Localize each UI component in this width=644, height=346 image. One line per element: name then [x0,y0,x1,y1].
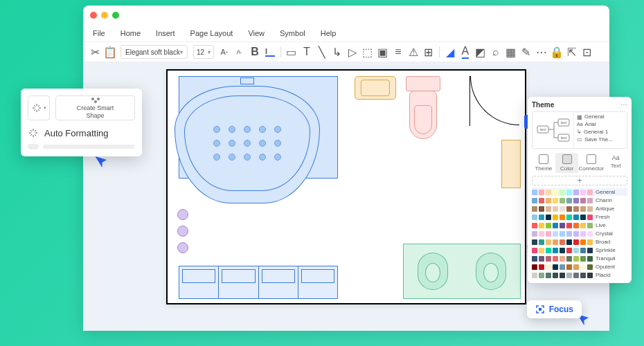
add-theme-button[interactable]: + [532,176,627,185]
titlebar [83,6,609,25]
grid-icon[interactable]: ⊡ [582,47,592,57]
svg-line-18 [35,130,36,131]
svg-line-15 [30,130,32,131]
pointer-tool-icon[interactable]: ▷ [348,47,357,57]
svg-text:text: text [560,136,566,140]
auto-formatting-button[interactable]: Auto Formatting [28,127,135,138]
faucet-shape[interactable] [240,78,254,84]
theme-preview[interactable]: texttexttext ▦General AaArial ↳General 1… [532,111,627,149]
font-size-select[interactable]: 12▾ [193,45,214,59]
bathtub-shape[interactable] [175,76,320,215]
toilet-shape[interactable] [406,76,440,139]
swatch-row[interactable]: Tranquil [532,255,627,262]
fill-color-icon[interactable]: ◢ [445,47,455,57]
menu-file[interactable]: File [93,29,105,37]
auto-formatting-slider[interactable] [28,144,135,149]
svg-point-10 [94,100,97,103]
svg-line-17 [30,134,32,136]
svg-line-6 [34,109,35,111]
basin-shape[interactable] [418,253,448,290]
auto-formatting-label: Auto Formatting [44,128,109,138]
svg-rect-25 [539,308,542,311]
swatch-label: Crystal [596,230,627,237]
font-increase-icon[interactable]: A+ [220,47,229,57]
connector-tool-icon[interactable]: ↳ [332,47,342,57]
svg-line-5 [38,109,39,111]
tab-connector[interactable]: Connector [578,153,604,173]
swatch-label: Fresh [596,214,627,220]
warning-icon[interactable]: ⚠ [409,47,418,57]
swatch-row[interactable]: Placid [532,271,627,279]
create-smart-shape-button[interactable]: Create Smart Shape [55,95,135,120]
theme-options-icon[interactable]: ⋯ [620,101,627,109]
focus-label: Focus [549,304,573,314]
tab-theme[interactable]: Theme [532,153,555,173]
swatch-label: Live [596,222,627,228]
swatch-row[interactable]: Opulent [532,263,627,271]
image-tool-icon[interactable]: ▣ [378,47,388,57]
sparkle-dropdown-button[interactable]: ▾ [28,95,50,120]
swatch-row[interactable]: Charm [532,197,627,204]
cut-icon[interactable]: ✂ [90,47,100,57]
sink-shape[interactable] [355,76,396,100]
drawing-canvas[interactable] [166,69,526,304]
export-icon[interactable]: ⇱ [567,47,577,57]
svg-text:text: text [560,120,566,125]
pen-icon[interactable]: ✎ [521,47,531,57]
svg-text:text: text [539,127,546,131]
minimize-window-icon[interactable] [101,12,108,19]
swatch-row[interactable]: Sprinkle [532,246,627,254]
door-shape[interactable] [464,76,519,131]
menu-home[interactable]: Home [120,29,141,37]
font-decrease-icon[interactable]: A− [235,47,244,57]
group-icon[interactable]: ⊞ [424,47,433,57]
shelf-shape[interactable] [501,140,521,188]
maximize-window-icon[interactable] [112,12,119,19]
swatch-label: Sprinkle [596,247,627,253]
swatch-row[interactable]: Live [532,221,627,229]
table-icon[interactable]: ▦ [506,47,516,57]
more-icon[interactable]: ⋯ [537,47,546,57]
tab-text[interactable]: AaText [604,153,627,173]
swatch-row[interactable]: General [532,188,627,196]
theme-subtabs: Theme Color Connector AaText [532,153,627,173]
swatch-label: Opulent [596,264,627,270]
vanity-shape[interactable] [403,244,521,299]
swatch-row[interactable]: Antique [532,205,627,212]
swatch-row[interactable]: Crystal [532,230,627,237]
tab-color[interactable]: Color [555,153,579,173]
focus-icon [535,304,545,314]
swatch-row[interactable]: Fresh [532,213,627,221]
basin-shape[interactable] [476,253,506,290]
focus-button[interactable]: Focus [527,300,582,318]
menu-symbol[interactable]: Symbol [280,29,305,37]
stool-shape[interactable] [177,226,188,237]
swatch-label: Charm [596,197,627,203]
theme-panel: Theme ⋯ texttexttext ▦General AaArial ↳G… [528,97,632,283]
stool-shape[interactable] [177,209,188,220]
text-tool-icon[interactable]: T [302,47,312,57]
align-icon[interactable]: ≡ [393,47,403,57]
swatch-row[interactable]: Broad [532,238,627,246]
layers-icon[interactable]: ⬚ [363,47,373,57]
cabinet-shape[interactable] [179,266,338,299]
lock-icon[interactable]: 🔒 [552,47,562,57]
font-color-icon[interactable]: A [460,47,470,57]
crop-icon[interactable]: ◩ [476,47,485,57]
line-tool-icon[interactable]: ╲ [317,47,327,57]
stool-shape[interactable] [177,242,188,253]
paste-icon[interactable]: 📋 [105,47,115,57]
menubar: File Home Insert Page Layout View Symbol… [83,25,609,42]
rectangle-tool-icon[interactable]: ▭ [287,47,296,57]
search-icon[interactable]: ⌕ [491,47,501,57]
underline-icon[interactable]: I [265,47,275,57]
menu-insert[interactable]: Insert [156,29,175,37]
theme-panel-title: Theme [532,101,554,109]
menu-page-layout[interactable]: Page Layout [190,29,233,37]
menu-help[interactable]: Help [321,29,337,37]
font-select[interactable]: Elegant soft black▾ [120,45,188,59]
close-window-icon[interactable] [90,12,97,19]
menu-view[interactable]: View [248,29,265,37]
bold-icon[interactable]: B [250,47,260,57]
swatch-label: Placid [596,272,627,278]
